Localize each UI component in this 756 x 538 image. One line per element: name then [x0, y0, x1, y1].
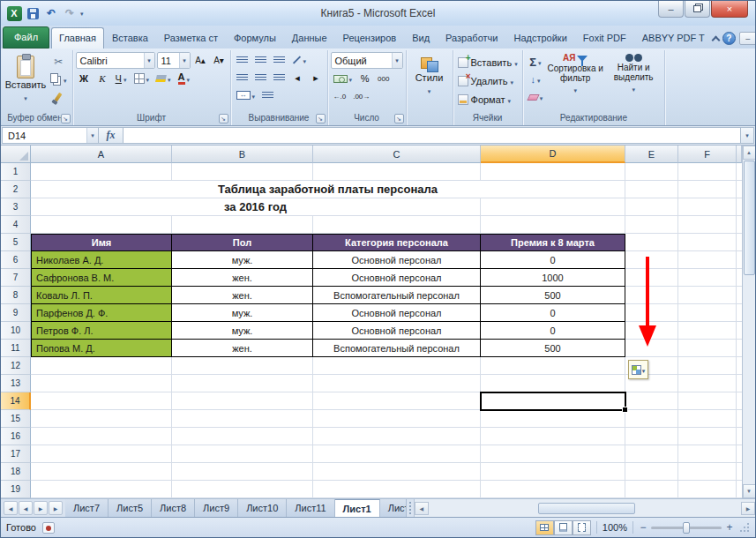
insert-function-button[interactable]: fx — [99, 127, 124, 144]
cell[interactable] — [31, 375, 172, 392]
cell[interactable] — [678, 375, 737, 392]
align-left-button[interactable] — [234, 70, 251, 86]
row-header-3[interactable]: 3 — [1, 198, 31, 216]
scroll-right-button[interactable]: ▶ — [741, 502, 755, 515]
cell[interactable] — [678, 340, 737, 357]
cell[interactable] — [172, 357, 313, 375]
cell[interactable] — [678, 392, 737, 410]
cell[interactable] — [313, 428, 481, 445]
zoom-thumb[interactable] — [683, 522, 690, 534]
qat-customize-button[interactable] — [80, 10, 84, 18]
sheet-tab-Лист1[interactable]: Лист1 — [335, 499, 380, 517]
underline-button[interactable]: Ч — [113, 71, 130, 86]
cell[interactable] — [678, 287, 737, 304]
first-sheet-button[interactable]: ◀ — [4, 501, 18, 515]
cell[interactable] — [481, 445, 625, 463]
tab-splitter[interactable] — [407, 499, 414, 517]
shrink-font-button[interactable]: А▾ — [211, 53, 228, 69]
cell[interactable] — [172, 163, 313, 181]
row-header-5[interactable]: 5 — [1, 234, 31, 251]
normal-view-button[interactable] — [535, 520, 554, 535]
row-header-9[interactable]: 9 — [1, 304, 31, 322]
previous-sheet-button[interactable]: ◀ — [19, 501, 33, 515]
gender-cell[interactable]: жен. — [172, 340, 313, 357]
cut-button[interactable]: ✂ — [48, 54, 70, 70]
cell[interactable] — [481, 463, 625, 481]
align-right-button[interactable] — [271, 70, 288, 86]
scroll-up-button[interactable]: ▲ — [743, 146, 756, 160]
cell[interactable] — [625, 410, 678, 428]
row-header-17[interactable]: 17 — [1, 445, 31, 463]
active-cell-D14[interactable] — [480, 392, 626, 411]
cell[interactable] — [31, 357, 172, 375]
cell[interactable] — [625, 216, 678, 234]
table-title[interactable]: Таблица заработной платы персонала — [31, 181, 625, 198]
cell[interactable] — [172, 410, 313, 428]
styles-button[interactable]: Стили — [409, 52, 450, 108]
number-format-select[interactable]: Общий — [331, 52, 403, 69]
cell[interactable] — [172, 216, 313, 234]
table-header-cell[interactable]: Премия к 8 марта — [481, 234, 625, 251]
cell[interactable] — [678, 428, 737, 445]
find-select-button[interactable]: Найти и выделить — [605, 52, 662, 93]
ribbon-tab-Формулы[interactable]: Формулы — [226, 27, 284, 49]
ribbon-tab-ABBYY PDF T[interactable]: ABBYY PDF T — [634, 27, 713, 49]
sheet-tab-Лист[interactable]: Лист — [380, 499, 407, 517]
cell[interactable] — [678, 481, 737, 498]
table-header-cell[interactable]: Пол — [172, 234, 313, 251]
row-header-15[interactable]: 15 — [1, 410, 31, 428]
row-header-18[interactable]: 18 — [1, 463, 31, 481]
percent-format-button[interactable]: % — [356, 71, 373, 86]
column-header-C[interactable]: C — [313, 146, 481, 163]
cell[interactable] — [313, 216, 481, 234]
cell[interactable] — [625, 163, 678, 181]
workbook-minimize-button[interactable]: – — [739, 32, 756, 45]
row-header-2[interactable]: 2 — [1, 181, 31, 198]
sheet-tab-Лист9[interactable]: Лист9 — [195, 499, 238, 517]
employee-name-cell[interactable]: Попова М. Д. — [31, 340, 172, 357]
ribbon-tab-Данные[interactable]: Данные — [284, 27, 335, 49]
ribbon-tab-Вставка[interactable]: Вставка — [104, 27, 156, 49]
cell[interactable] — [678, 216, 737, 234]
cell[interactable] — [172, 463, 313, 481]
font-color-button[interactable]: А — [176, 71, 192, 86]
cell[interactable] — [481, 481, 625, 498]
cell[interactable] — [481, 216, 625, 234]
cell[interactable] — [625, 181, 678, 198]
cell[interactable] — [31, 445, 172, 463]
page-layout-view-button[interactable] — [554, 520, 573, 535]
cell[interactable] — [172, 392, 313, 410]
row-header-4[interactable]: 4 — [1, 216, 31, 234]
cell[interactable] — [172, 481, 313, 498]
cell[interactable] — [625, 463, 678, 481]
wrap-text-button[interactable] — [259, 87, 276, 103]
cell[interactable] — [625, 445, 678, 463]
table-header-cell[interactable]: Имя — [31, 234, 172, 251]
employee-name-cell[interactable]: Коваль Л. П. — [31, 287, 172, 304]
row-header-16[interactable]: 16 — [1, 428, 31, 445]
cell[interactable] — [31, 481, 172, 498]
bonus-cell[interactable]: 500 — [481, 287, 625, 304]
table-header-cell[interactable]: Категория персонала — [313, 234, 481, 251]
sheet-tab-Лист10[interactable]: Лист10 — [238, 499, 287, 517]
cell[interactable] — [678, 357, 737, 375]
orientation-button[interactable] — [289, 52, 310, 68]
zoom-track[interactable] — [651, 527, 722, 529]
cell[interactable] — [678, 269, 737, 287]
decrease-indent-button[interactable]: ◂ — [289, 70, 306, 86]
cell[interactable] — [678, 181, 737, 198]
cell[interactable] — [172, 428, 313, 445]
cell[interactable] — [678, 463, 737, 481]
bonus-cell[interactable]: 500 — [481, 340, 625, 357]
column-header-A[interactable]: A — [31, 146, 172, 163]
ribbon-tab-Надстройки[interactable]: Надстройки — [505, 27, 574, 49]
fill-button[interactable]: ↓ — [526, 71, 546, 87]
column-header-E[interactable]: E — [625, 146, 678, 163]
cell[interactable] — [625, 481, 678, 498]
cell[interactable] — [31, 463, 172, 481]
autofill-options-button[interactable] — [628, 360, 648, 379]
bonus-cell[interactable]: 0 — [481, 251, 625, 269]
category-cell[interactable]: Основной персонал — [313, 322, 481, 340]
cell[interactable] — [313, 375, 481, 392]
column-header-F[interactable]: F — [678, 146, 737, 163]
